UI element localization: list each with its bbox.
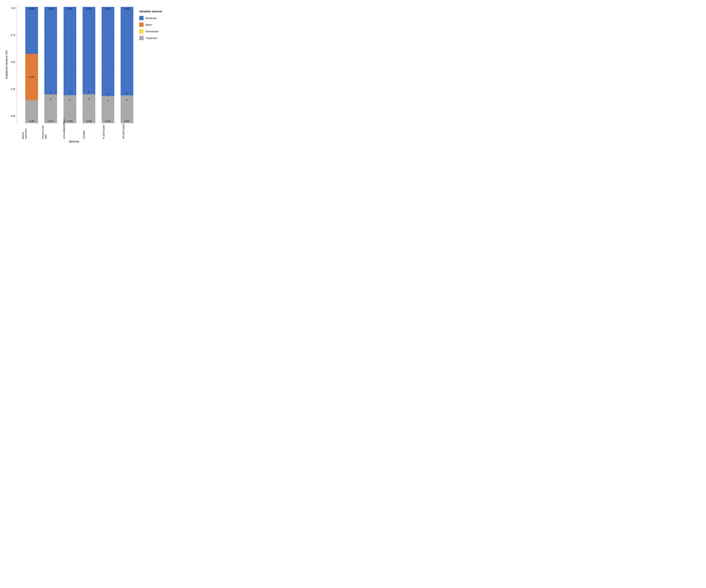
- x-label-text: PLSDA-batch: [102, 125, 105, 139]
- y-tick: 0.75: [11, 34, 15, 37]
- bar-group: 0.2320.76800: [95, 7, 114, 123]
- bar-segment-label: 0.768: [102, 8, 114, 10]
- x-label-text: sPLSDA-batch: [122, 124, 125, 139]
- y-axis-label: Explained variance (%): [4, 6, 8, 123]
- x-label-item: Before correction: [15, 123, 35, 139]
- intersection-zero-label: 0: [102, 93, 114, 95]
- bar-segment-residuals: 0.763: [121, 7, 133, 95]
- legend: Variation sources ResidualsBatchIntersec…: [135, 6, 172, 143]
- bar-segment-treatment: 0.165: [25, 100, 38, 123]
- legend-item: Residuals: [139, 16, 171, 20]
- bar-group: 0.2470.75300: [38, 7, 57, 123]
- legend-color-box: [139, 16, 144, 20]
- grid-line: [17, 123, 135, 123]
- bar-segment-label: 0.753: [44, 8, 57, 10]
- x-axis-title: Methods: [13, 140, 135, 143]
- legend-label: Residuals: [146, 17, 157, 19]
- legend-title: Variation sources: [139, 10, 171, 13]
- y-tick: 1.00: [11, 7, 15, 10]
- legend-item: Batch: [139, 23, 171, 27]
- bar-stack: 0.2320.76800: [102, 7, 114, 123]
- y-axis-and-plot: 1.000.750.500.250.00 0.1650.4970.3380.24…: [8, 6, 135, 123]
- chart-title-y: Explained variance (%) 1.000.750.500.250…: [4, 6, 135, 123]
- chart-container: Explained variance (%) 1.000.750.500.250…: [2, 2, 174, 145]
- bar-segment-label: 0.247: [44, 120, 57, 122]
- legend-color-box: [139, 23, 144, 27]
- bar-group: 0.2370.76300: [114, 7, 133, 123]
- bar-segment-label: 0.497: [25, 76, 38, 78]
- bar-group: 0.2390.76100: [57, 7, 76, 123]
- bar-segment-label: 0.761: [64, 8, 76, 10]
- bar-segment-label: 0.338: [25, 8, 38, 10]
- x-label-text: Before correction: [22, 123, 27, 139]
- x-label-item: removeBatchEffect: [54, 123, 74, 139]
- bar-segment-label: 0.165: [25, 120, 38, 122]
- batch-zero-label: 0: [121, 99, 133, 101]
- legend-label: Treatment: [146, 37, 157, 40]
- bar-segment-residuals: 0.752: [83, 7, 95, 94]
- x-label-text: ComBat: [83, 130, 85, 139]
- batch-zero-label: 0: [64, 99, 76, 101]
- bar-segment-batch: 0.497: [25, 54, 38, 100]
- bar-segment-label: 0.232: [102, 120, 114, 122]
- bars-container: 0.1650.4970.3380.2470.753000.2390.761000…: [17, 6, 135, 123]
- y-tick: 0.25: [11, 88, 15, 91]
- y-tick: 0.50: [11, 61, 15, 64]
- bar-segment-label: 0.237: [121, 120, 133, 122]
- legend-color-box: [139, 36, 144, 40]
- bar-segment-label: 0.752: [83, 8, 95, 10]
- bar-stack: 0.2470.75300: [44, 7, 57, 123]
- chart-area: Explained variance (%) 1.000.750.500.250…: [4, 6, 135, 143]
- x-label-item: sPLSDA-batch: [114, 123, 133, 139]
- intersection-zero-label: 0: [64, 92, 76, 94]
- x-label-text: removeBatchEffect: [63, 119, 66, 139]
- legend-label: Intersection: [146, 30, 159, 33]
- legend-color-box: [139, 29, 144, 34]
- bar-group: 0.2480.75200: [76, 7, 95, 123]
- bar-group: 0.1650.4970.338: [19, 7, 38, 123]
- bar-segment-residuals: 0.753: [44, 7, 57, 94]
- x-label-item: ComBat: [74, 123, 94, 139]
- bar-stack: 0.2390.76100: [64, 7, 76, 123]
- batch-zero-label: 0: [102, 99, 114, 102]
- bar-segment-residuals: 0.768: [102, 7, 114, 96]
- x-labels: Before correctionGround-truth dataremove…: [13, 123, 135, 139]
- bar-stack: 0.2370.76300: [121, 7, 133, 123]
- plot-area: 0.1650.4970.3380.2470.753000.2390.761000…: [17, 6, 135, 123]
- bar-stack: 0.2480.75200: [83, 7, 95, 123]
- legend-item: Treatment: [139, 36, 171, 40]
- bar-segment-label: 0.763: [121, 8, 133, 10]
- bar-segment-residuals: 0.761: [64, 7, 76, 95]
- bar-segment-residuals: 0.338: [25, 7, 38, 54]
- x-label-text: Ground-truth data: [42, 123, 47, 139]
- legend-item: Intersection: [139, 29, 171, 34]
- intersection-zero-label: 0: [44, 91, 57, 93]
- intersection-zero-label: 0: [121, 92, 133, 94]
- x-label-item: PLSDA-batch: [94, 123, 114, 139]
- y-tick: 0.00: [11, 115, 15, 117]
- y-axis: 1.000.750.500.250.00: [8, 6, 17, 123]
- legend-items: ResidualsBatchIntersectionTreatment: [139, 16, 171, 43]
- bar-segment-label: 0.248: [83, 120, 95, 122]
- intersection-zero-label: 0: [83, 91, 95, 93]
- bar-stack: 0.1650.4970.338: [25, 7, 38, 123]
- x-label-item: Ground-truth data: [35, 123, 54, 139]
- batch-zero-label: 0: [44, 98, 57, 100]
- batch-zero-label: 0: [83, 98, 95, 100]
- legend-label: Batch: [146, 23, 152, 26]
